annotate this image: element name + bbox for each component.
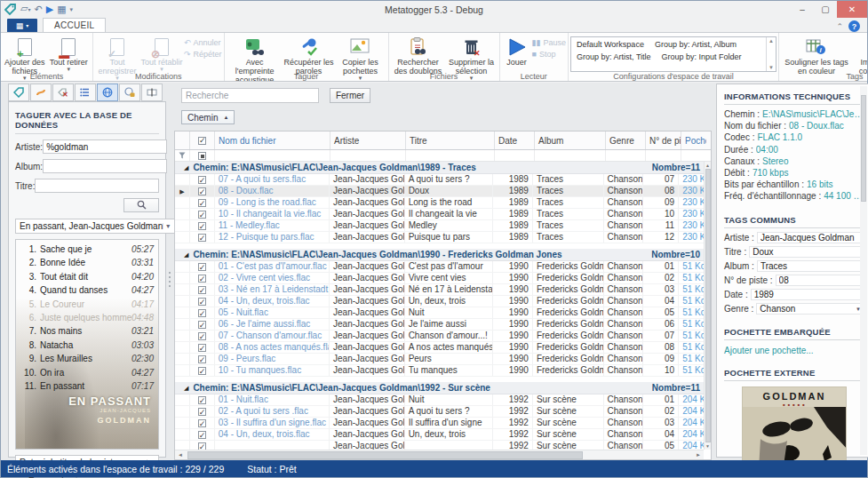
row-handle[interactable] [175, 232, 190, 243]
checkbox-checked-icon[interactable] [198, 298, 206, 306]
play-icon[interactable]: ▶ [46, 4, 53, 14]
row-checkbox-cell[interactable] [190, 406, 215, 417]
column-header[interactable]: Genre [606, 131, 646, 149]
table-row[interactable]: 02 - Vivre cent vies.flacJean-Jacques Go… [175, 273, 704, 284]
tag-value-field[interactable]: Traces [757, 260, 864, 272]
add-cover-link[interactable]: Ajouter une pochette... [724, 346, 864, 355]
checkbox-checked-icon[interactable] [198, 408, 206, 416]
pause-button[interactable]: ▮▮Pause [532, 38, 566, 47]
grid-horizontal-scrollbar[interactable]: ◄► [175, 450, 704, 459]
cell-cover-link[interactable]: 230 Ko, [679, 220, 704, 231]
tag-value-field[interactable]: 1989 [751, 289, 864, 300]
row-handle[interactable] [175, 394, 190, 405]
track-list-item[interactable]: 9.Les Murailles02:30 [20, 352, 154, 365]
checkbox-checked-icon[interactable] [198, 275, 206, 283]
row-checkbox-cell[interactable] [190, 354, 215, 364]
checkbox-checked-icon[interactable] [198, 211, 206, 219]
minimize-button[interactable]: – [791, 1, 814, 18]
row-checkbox-cell[interactable] [190, 307, 215, 318]
row-handle[interactable] [175, 273, 190, 283]
checkbox-checked-icon[interactable] [198, 355, 206, 363]
row-checkbox-cell[interactable] [190, 342, 215, 353]
tab-rename-icon[interactable] [141, 84, 163, 101]
row-handle[interactable] [175, 418, 190, 428]
workspace-scrollbar[interactable]: ▲▼ [766, 37, 776, 71]
track-list-item[interactable]: 2.Bonne Idée03:31 [20, 256, 154, 269]
row-checkbox-cell[interactable] [190, 220, 215, 231]
table-row[interactable]: 09 - Long is the road.flacJean-Jacques G… [175, 197, 704, 209]
row-handle[interactable] [175, 197, 190, 208]
table-row[interactable]: 12 - Puisque tu pars.flacJean-Jacques Go… [175, 232, 704, 243]
row-handle[interactable] [175, 441, 190, 450]
row-handle[interactable] [175, 284, 190, 295]
album-field[interactable] [43, 159, 167, 173]
column-header[interactable]: Artiste [330, 131, 406, 149]
db-search-button[interactable] [123, 198, 159, 212]
collapse-ribbon-icon[interactable]: ⌃ [836, 22, 843, 31]
filter-cell[interactable] [330, 150, 406, 161]
search-input[interactable] [181, 88, 319, 103]
column-header[interactable]: N° de piste [646, 131, 681, 149]
row-handle[interactable] [175, 209, 190, 219]
filter-funnel-icon[interactable] [175, 150, 190, 161]
group-header-row[interactable]: ◢Chemin: E:\NAS\music\FLAC\Jean-Jacques … [175, 249, 704, 261]
row-checkbox-cell[interactable] [190, 365, 215, 376]
table-row[interactable]: 10 - Il changeait la vie.flacJean-Jacque… [175, 209, 704, 220]
track-list-item[interactable]: 4.Quand tu danses04:27 [20, 283, 154, 297]
row-handle[interactable] [175, 307, 190, 318]
cell-cover-link[interactable]: 204 Ko, [679, 441, 704, 450]
row-checkbox-cell[interactable] [190, 174, 215, 185]
row-handle[interactable] [175, 261, 190, 272]
group-header-row[interactable]: ◢Chemin: E:\NAS\music\FLAC\Jean-Jacques … [175, 382, 704, 394]
expander-icon[interactable]: ◢ [184, 164, 188, 171]
table-row[interactable]: 05 - Nuit.flacJean-Jacques GoldmanNuit19… [175, 307, 704, 319]
tab-tag-icon[interactable] [8, 84, 29, 101]
checkbox-checked-icon[interactable] [198, 367, 206, 375]
cell-cover-link[interactable]: 204 Ko, [679, 406, 704, 417]
qat-file-icon[interactable]: ▱▾ [20, 4, 30, 15]
checkbox-checked-icon[interactable] [198, 344, 206, 352]
group-by-chip[interactable]: Chemin▲ [181, 110, 235, 124]
maximize-button[interactable]: ▢ [814, 1, 837, 18]
table-row[interactable]: 10 - Tu manques.flacJean-Jacques Goldman… [175, 365, 704, 377]
row-checkbox-cell[interactable] [190, 429, 215, 440]
filter-cell[interactable] [215, 150, 330, 161]
workspace-config-item[interactable]: Group by: Artist, Album [651, 38, 740, 51]
tab-tag-auto-icon[interactable] [30, 84, 52, 101]
remove-all-button[interactable]: ▬ Tout retirer▾ [47, 35, 92, 72]
cell-cover-link[interactable]: 51 Ko, [679, 261, 704, 272]
filter-cell[interactable] [495, 150, 535, 161]
track-list-item[interactable]: 6.Juste quelques hommes04:48 [20, 311, 154, 324]
cell-cover-link[interactable]: 230 Ko, [679, 209, 704, 219]
close-button[interactable]: ✕ [837, 1, 867, 18]
release-combo[interactable]: En passant, Jean-Jacques Goldman▼ [15, 219, 175, 234]
row-handle[interactable] [175, 429, 190, 440]
row-checkbox-cell[interactable] [190, 273, 215, 283]
column-header[interactable]: Date [495, 131, 535, 149]
checkbox-checked-icon[interactable] [198, 309, 206, 317]
qat-customize-caret-icon[interactable]: ▾ [70, 4, 74, 14]
table-row[interactable]: 08 - A nos actes manqués.flacJean-Jacque… [175, 342, 704, 354]
grid-vertical-scrollbar[interactable]: ▲▼ [704, 162, 711, 450]
column-header[interactable]: Album [535, 131, 606, 149]
group-header-row[interactable]: ◢Chemin: E:\NAS\music\FLAC\Jean-Jacques … [175, 162, 704, 174]
workspace-config-item[interactable]: Default Workspace [573, 38, 648, 51]
workspace-config-item[interactable]: Group by: Artist, Title [573, 51, 655, 63]
cell-cover-link[interactable]: 230 Ko, [679, 186, 704, 196]
track-list-item[interactable]: 1.Sache que je05:27 [20, 243, 154, 256]
undo-button[interactable]: ↶Annuler [184, 38, 222, 47]
cell-cover-link[interactable]: 230 Ko, [679, 232, 704, 243]
checkbox-checked-icon[interactable] [198, 396, 206, 404]
tab-organize-icon[interactable] [75, 84, 96, 101]
row-handle[interactable] [175, 296, 190, 307]
table-row[interactable]: 09 - Peurs.flacJean-Jacques GoldmanPeurs… [175, 354, 704, 365]
checkbox-checked-icon[interactable] [198, 263, 206, 271]
cell-cover-link[interactable]: 230 Ko, [679, 197, 704, 208]
release-track-list[interactable]: 1.Sache que je05:272.Bonne Idée03:313.To… [15, 239, 159, 450]
row-checkbox-cell[interactable] [190, 186, 215, 196]
checkbox-checked-icon[interactable] [198, 176, 206, 184]
tab-tag-remove-icon[interactable]: ✕ [52, 84, 74, 101]
track-list-item[interactable]: 7.Nos mains03:21 [20, 324, 154, 338]
checkbox-checked-icon[interactable] [198, 431, 206, 439]
checkbox-checked-icon[interactable] [198, 234, 206, 242]
